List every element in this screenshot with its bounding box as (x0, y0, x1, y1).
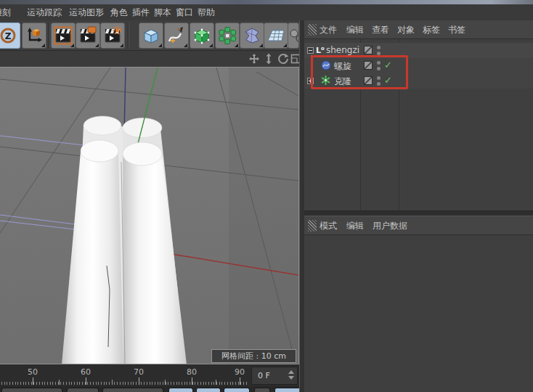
am-menu-user-data[interactable]: 用户数据 (373, 220, 407, 232)
menu-item-help[interactable]: 帮助 (198, 7, 215, 19)
subdivision-surface-button[interactable] (190, 23, 214, 49)
enable-checkmark[interactable]: ✓ (384, 75, 392, 86)
panel-divider[interactable] (299, 20, 304, 392)
toolbar: Z (0, 20, 299, 51)
panel-separator[interactable] (304, 211, 533, 216)
object-row-helix[interactable]: 螺旋 ✓ (304, 58, 533, 73)
viewport-canvas[interactable] (0, 68, 298, 364)
menu-item-character[interactable]: 角色 (110, 7, 128, 19)
visibility-dot-render[interactable] (377, 67, 381, 70)
toolbar-button[interactable] (254, 388, 270, 392)
deformer-icon (243, 26, 261, 45)
om-menu-object[interactable]: 对象 (397, 24, 415, 36)
layer-chip[interactable] (364, 46, 373, 54)
ruler-tick (165, 380, 166, 385)
zoom-z-tool-button[interactable]: Z (0, 23, 20, 49)
attribute-manager-area (304, 235, 533, 392)
menu-item-window[interactable]: 窗口 (176, 7, 193, 19)
dolly-icon[interactable] (263, 53, 274, 65)
enable-checkmark[interactable]: ✓ (384, 60, 392, 70)
subdivision-cube-icon (192, 26, 211, 45)
object-manager-menubar: 文件 编辑 查看 对象 标签 书签 (304, 20, 533, 39)
ruler-minor-ticks (1, 382, 247, 385)
panel-grip-icon[interactable] (308, 220, 317, 232)
stepper-down-icon[interactable] (288, 376, 294, 380)
toolbar-button[interactable] (196, 388, 221, 392)
submenu-corner (41, 44, 45, 47)
move-tool-button[interactable] (22, 23, 46, 49)
rotate-icon[interactable] (277, 53, 289, 65)
toolbar-button[interactable] (67, 388, 99, 392)
panel-grip-icon[interactable] (308, 24, 317, 36)
layer-chip[interactable] (364, 76, 373, 85)
bottom-toolbar-sliver (0, 386, 305, 392)
om-menu-view[interactable]: 查看 (372, 24, 389, 36)
motion-clip-frame-icon (54, 26, 73, 45)
om-menu-tags[interactable]: 标签 (423, 24, 440, 36)
visibility-dot-editor[interactable] (377, 76, 381, 80)
object-row-shengzi[interactable]: L⁰ shengzi (304, 43, 533, 58)
spline-pen-button[interactable] (164, 23, 189, 49)
viewport-header (0, 51, 299, 67)
toolbar-button[interactable] (168, 388, 193, 392)
spline-pen-icon (167, 26, 186, 45)
cube-icon (142, 26, 160, 45)
motion-clip-frame-button[interactable] (51, 23, 76, 49)
ruler-label-70: 70 (134, 367, 144, 377)
menu-item-sculpt[interactable]: 雕刻 (0, 7, 11, 19)
toolbar-separator (49, 23, 50, 48)
toolbar-separator (128, 23, 129, 48)
am-menu-mode[interactable]: 模式 (320, 220, 337, 232)
grid-spacing-label: 网格间距 : 10 cm (211, 349, 296, 363)
expand-toggle-icon[interactable] (307, 78, 314, 84)
stepper-up-icon[interactable] (288, 370, 294, 374)
ruler-tick (33, 377, 33, 385)
om-menu-bookmarks[interactable]: 书签 (448, 24, 465, 36)
pan-icon[interactable] (248, 53, 260, 65)
collapse-toggle-icon[interactable] (307, 47, 314, 54)
om-menu-edit[interactable]: 编辑 (346, 24, 364, 36)
attribute-manager-menubar: 模式 编辑 用户数据 (304, 216, 533, 235)
toolbar-button[interactable] (102, 388, 163, 392)
visibility-dot-render[interactable] (377, 82, 381, 86)
timeline-ruler[interactable]: 50 60 70 80 90 0 F (0, 364, 299, 386)
object-label-cloner[interactable]: 克隆 (334, 75, 351, 88)
frame-stepper[interactable] (288, 370, 295, 382)
menu-item-plugins[interactable]: 插件 (132, 7, 150, 19)
submenu-corner (120, 44, 123, 47)
submenu-corner (184, 44, 187, 47)
om-menu-file[interactable]: 文件 (320, 24, 337, 36)
ruler-tick (112, 380, 113, 385)
floor-grid-icon (266, 26, 285, 45)
ruler-tick (86, 377, 86, 385)
floor-object-button[interactable] (264, 23, 288, 49)
object-label-helix[interactable]: 螺旋 (334, 60, 351, 73)
current-frame-field[interactable]: 0 F (251, 367, 298, 385)
toolbar-button[interactable] (1, 388, 62, 392)
simulation-button[interactable] (288, 23, 299, 49)
cylinder-front-left-top (81, 140, 118, 162)
ruler-tick (59, 380, 60, 385)
toolbar-button[interactable] (224, 388, 250, 392)
object-label-shengzi[interactable]: shengzi (326, 45, 359, 55)
cloner-flower-icon (218, 26, 237, 45)
zoom-z-icon: Z (0, 26, 17, 45)
motion-clip-gear-button[interactable] (100, 23, 125, 49)
cylinder-front-right-top (123, 142, 162, 166)
deformer-button[interactable] (240, 23, 264, 49)
object-row-cloner[interactable]: 克隆 ✓ (304, 73, 533, 89)
gears-icon (288, 26, 298, 45)
visibility-dot-editor[interactable] (377, 61, 381, 65)
menu-item-mograph[interactable]: 运动图形 (69, 7, 104, 19)
cube-primitive-button[interactable] (139, 23, 163, 49)
mograph-cloner-button[interactable] (215, 23, 240, 49)
viewport[interactable]: 网格间距 : 10 cm (0, 67, 299, 364)
menu-item-motion-track[interactable]: 运动跟踪 (27, 7, 62, 19)
submenu-corner (259, 44, 263, 47)
visibility-dot-editor[interactable] (377, 46, 381, 49)
visibility-dot-render[interactable] (377, 52, 381, 55)
motion-clip-rect-button[interactable] (76, 23, 100, 49)
am-menu-edit[interactable]: 编辑 (346, 220, 364, 232)
menu-item-script[interactable]: 脚本 (154, 7, 171, 19)
layer-chip[interactable] (364, 61, 373, 70)
